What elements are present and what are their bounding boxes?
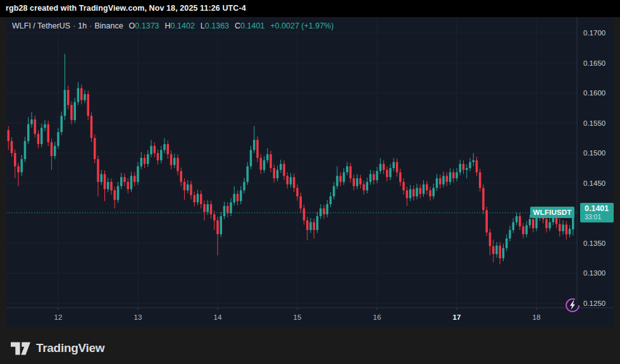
- footer: TradingView: [0, 327, 620, 364]
- time-axis-label: 17: [453, 313, 461, 321]
- tradingview-logo-icon: [11, 342, 30, 355]
- legend-symbol: WLFI / TetherUS: [12, 21, 70, 30]
- candlestick-chart[interactable]: [6, 17, 614, 327]
- time-axis-label: 15: [294, 313, 302, 321]
- price-axis-label: 0.1550: [583, 119, 612, 128]
- price-axis-label: 0.1700: [583, 28, 612, 37]
- symbol-legend[interactable]: WLFI / TetherUS·1h·Binance O0.1373 H0.14…: [12, 21, 333, 30]
- legend-separator: ·: [73, 21, 75, 30]
- legend-close: C0.1401: [235, 21, 264, 30]
- legend-interval: 1h: [78, 21, 87, 30]
- legend-exchange: Binance: [94, 21, 123, 30]
- legend-change: +0.0027 (+1.97%): [270, 21, 333, 30]
- attribution-text: rgb28 created with TradingView.com, Nov …: [6, 4, 246, 13]
- legend-open: O0.1373: [129, 21, 159, 30]
- price-axis-label: 0.1350: [583, 239, 612, 248]
- legend-separator: ·: [89, 21, 92, 30]
- brand-name: TradingView: [36, 341, 104, 355]
- chart-panel: WLFI / TetherUS·1h·Binance O0.1373 H0.14…: [6, 17, 614, 327]
- price-axis-label: 0.1450: [583, 179, 612, 188]
- current-price-badge: 0.1401 33:01: [580, 203, 614, 222]
- bar-countdown: 33:01: [585, 213, 614, 221]
- legend-high: H0.1402: [165, 21, 195, 30]
- price-axis-label: 0.1650: [583, 59, 612, 68]
- current-price-value: 0.1401: [585, 204, 614, 213]
- price-axis-label: 0.1600: [583, 88, 612, 97]
- symbol-price-label: WLFIUSDT: [530, 207, 574, 218]
- legend-low: L0.1363: [201, 21, 229, 30]
- attribution-bar: rgb28 created with TradingView.com, Nov …: [0, 0, 620, 17]
- time-axis-label: 12: [54, 313, 63, 321]
- price-axis-label: 0.1250: [583, 299, 612, 308]
- time-axis-label: 13: [134, 313, 142, 321]
- time-axis-label: 16: [373, 313, 381, 321]
- tradingview-brand-link[interactable]: TradingView: [11, 341, 104, 355]
- price-axis-label: 0.1500: [583, 149, 612, 157]
- price-axis-label: 0.1300: [583, 269, 612, 277]
- time-axis-label: 14: [214, 313, 222, 321]
- lightning-boost-icon[interactable]: [565, 298, 580, 313]
- time-axis-label: 18: [533, 313, 541, 321]
